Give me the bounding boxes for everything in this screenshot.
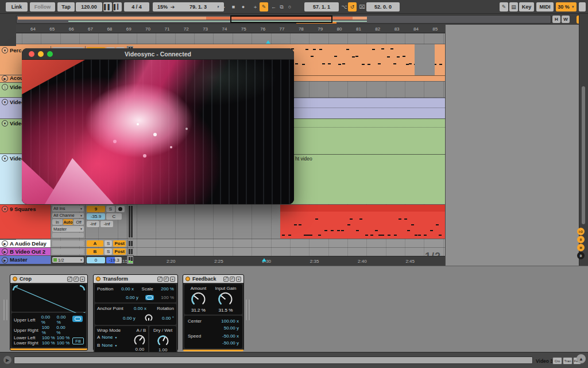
optimize-width-button[interactable]: W [562,16,570,23]
fold-icon[interactable]: ▶ [2,240,8,247]
track-header-9squares[interactable]: ▼9 Squares All Ins▼ All Channe▼ InAutoOf… [0,205,134,239]
monitor-switch[interactable]: InAutoOff [52,219,84,225]
crop-value[interactable]: 100 % [42,335,55,340]
time-signature-field[interactable]: 4 / 4 [124,2,149,12]
play-indicator-icon[interactable]: ▶ [3,356,11,364]
return-header-b[interactable]: ▶B Video Out 2 BSPost [0,248,134,256]
loop-start-field[interactable]: 57. 1. 1 [304,2,339,12]
pre-post-toggle[interactable]: Post [113,248,126,255]
capture-midi-icon[interactable]: ⧉ [277,2,286,12]
crop-value[interactable]: 0.00 % [56,325,71,335]
device-feedback-header[interactable]: Feedback ⤢✓▪ [183,275,243,283]
aspect-link-button[interactable] [72,316,83,322]
anchor-y-field[interactable]: 0.00 y [123,316,136,321]
show-mixer-toggle[interactable]: M [577,244,585,251]
wrap-b-menu[interactable]: None [102,343,113,348]
key-map-button[interactable]: Key [519,2,534,12]
follow-button[interactable]: Follow [30,2,55,12]
wrap-a-menu[interactable]: None [102,335,113,340]
fold-icon[interactable]: ▶ [2,248,8,255]
punch-out-icon[interactable]: ⌧ [358,2,366,12]
minimize-icon[interactable] [38,51,44,57]
close-icon[interactable] [29,51,34,57]
fill-button[interactable]: Fill [72,338,84,344]
input-menu[interactable]: All Ins▼ [52,206,84,212]
crop-value[interactable]: 100 % [42,340,55,346]
cpu-load-meter[interactable]: 30 %▼ [556,2,577,12]
overdub-icon[interactable]: ＋ [251,2,260,12]
punch-in-icon[interactable]: ⌥ [340,2,349,12]
videosync-titlebar[interactable]: Videosync - Connected [22,48,294,60]
scale-x-field[interactable]: 200 % [161,286,174,292]
arm-button[interactable] [116,206,125,212]
horizontal-scrollbar[interactable] [14,356,533,364]
save-icon[interactable]: ▪ [80,277,85,282]
position-y-field[interactable]: 0.00 y [126,295,138,300]
automation-arm-icon[interactable]: ✎ [260,2,268,12]
amount-knob[interactable] [191,292,206,307]
device-activator[interactable] [96,277,100,281]
scale-y-field[interactable]: 100 % [161,295,174,300]
volume-field[interactable]: -35.9 [87,213,105,220]
metronome-icon[interactable]: ▌▌ [103,2,112,12]
device-crop-header[interactable]: Crop ⤢✓▪ [10,275,87,283]
fold-icon[interactable]: ▶ [2,75,8,82]
return-header-a[interactable]: ▶A Audio Delay ASPost [0,240,134,248]
master-header[interactable]: ▶Master 1/2▼ 0-19.3 [0,256,134,264]
track-number[interactable]: 9 [87,206,105,212]
hotswap-icon[interactable]: ⤢ [67,277,72,282]
expand-device-view-icon[interactable]: ▲ [577,354,586,363]
show-delay-toggle[interactable]: D [577,252,585,259]
crop-value[interactable]: 100 % [57,340,70,346]
amount-value[interactable]: 31.2 % [191,308,206,313]
hotswap-icon[interactable]: ⤢ [157,277,163,282]
speed-y-field[interactable]: -50.00 y [222,340,239,346]
track-name[interactable]: Master [10,256,28,263]
clip-video3[interactable]: ht video [270,154,445,204]
fold-icon[interactable]: ▼ [2,47,8,53]
map-icon[interactable]: ✓ [230,277,235,282]
input-gain-value[interactable]: 31.5 % [218,308,233,313]
show-io-toggle[interactable]: I-O [577,228,585,235]
cue-volume-field[interactable]: -19.3 [106,257,122,263]
loop-length-field[interactable]: 52. 0. 0 [366,2,400,12]
midi-map-button[interactable]: MIDI [536,2,554,12]
solo-button[interactable]: S [106,206,115,212]
scale-link-button[interactable] [145,295,154,300]
stop-button[interactable]: ■ [229,2,238,12]
ab-knob[interactable] [133,334,146,347]
return-letter[interactable]: B [87,248,103,255]
loop-button[interactable]: ↺ [348,2,357,12]
output-menu[interactable]: Master▼ [52,226,84,232]
crop-value[interactable]: 0.00 % [41,315,55,325]
draw-mode-icon[interactable]: ✎ [500,2,508,12]
computer-midi-keyboard-icon[interactable]: ▤ [509,2,518,12]
track-name[interactable]: B Video Out 2 [10,248,45,255]
show-returns-toggle[interactable]: R [577,236,585,243]
clip-9squares[interactable] [280,205,445,239]
track-name[interactable]: A Audio Delay [10,240,47,247]
map-icon[interactable]: ✓ [74,277,79,282]
save-icon[interactable]: ▪ [170,277,175,282]
track-name[interactable]: 9 Squares [10,206,36,213]
arrangement-position-field[interactable]: 79. 1. 3 [179,2,218,12]
hotswap-icon[interactable]: ⤢ [223,277,229,282]
return-letter[interactable]: A [87,240,103,247]
fold-icon[interactable]: ▼ [2,206,8,212]
center-y-field[interactable]: 50.00 y [224,325,239,331]
follow-playhead-button[interactable]: ➔ [168,2,177,12]
master-output-menu[interactable]: 1/2▼ [52,257,84,263]
record-button[interactable]: ● [239,2,247,12]
rotation-knob[interactable] [144,313,153,323]
device-activator[interactable] [13,277,17,281]
optimize-height-button[interactable]: H [552,16,560,23]
rotation-value[interactable]: 0.00 ° [162,316,174,321]
solo-button[interactable]: S [105,240,113,247]
overview-viewport-box[interactable] [230,16,332,23]
anchor-x-field[interactable]: 0.00 x [134,306,146,311]
play-button[interactable]: ▶ [219,2,227,12]
device-transform-header[interactable]: Transform ⤢✓▪ [94,275,177,283]
pre-post-toggle[interactable]: Post [113,240,126,247]
device-activator[interactable] [185,277,190,281]
position-x-field[interactable]: 0.00 x [121,286,134,292]
